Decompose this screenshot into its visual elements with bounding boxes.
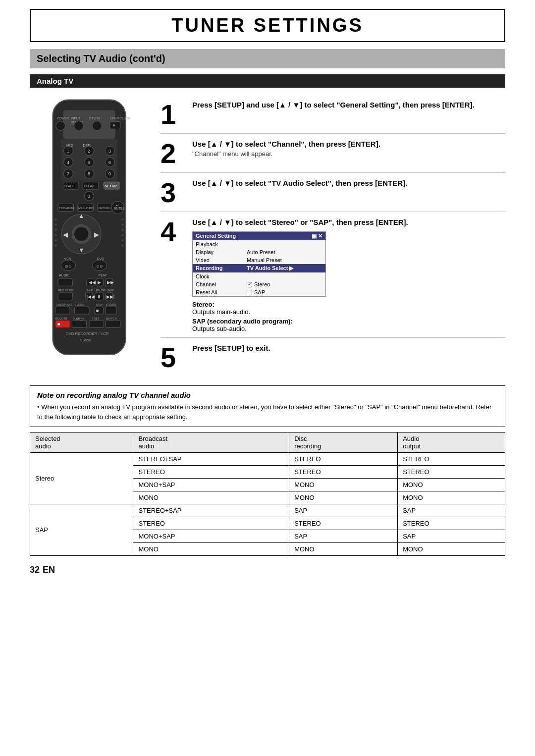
svg-text:⊙⊙: ⊙⊙ — [96, 264, 103, 269]
output-mono-1: MONO — [398, 479, 505, 491]
svg-text:⏸: ⏸ — [97, 294, 101, 299]
gen-setting-box: General Setting ▣ ✕ Playback Display Aut… — [192, 231, 326, 297]
gen-setting-title: General Setting — [196, 233, 236, 239]
section-header-text: Selecting TV Audio (cont'd) — [37, 53, 165, 64]
svg-rect-1 — [63, 110, 115, 139]
table-header-row: Selectedaudio Broadcastaudio Discrecordi… — [30, 432, 505, 453]
svg-rect-88 — [75, 307, 89, 314]
stereo-label: Stereo — [254, 281, 270, 287]
gen-setting-label-clock: Clock — [193, 272, 244, 280]
gen-setting-table: Playback Display Auto Preset Video Manua… — [193, 240, 325, 296]
svg-text:■: ■ — [96, 308, 99, 313]
svg-text:▼: ▼ — [78, 247, 84, 254]
steps-area: 1 Press [SETUP] and use [▲ / ▼] to selec… — [160, 95, 505, 377]
output-stereo-3: STEREO — [398, 517, 505, 530]
svg-text:AUDIO: AUDIO — [59, 274, 70, 277]
step-5-text: Press [SETUP] to exit. — [192, 343, 505, 353]
svg-rect-99 — [89, 321, 104, 328]
output-sap-1: SAP — [398, 504, 505, 517]
svg-text:TIMER/PROG: TIMER/PROG — [55, 303, 72, 306]
output-stereo-1: STEREO — [398, 453, 505, 466]
gen-setting-value-channel: Stereo — [244, 280, 325, 288]
gen-setting-title-bar: General Setting ▣ ✕ — [193, 232, 325, 240]
svg-text:OPEN/CLOSE: OPEN/CLOSE — [110, 116, 130, 120]
svg-text:◀: ◀ — [63, 231, 68, 238]
svg-text:SKIP: SKIP — [107, 289, 114, 292]
output-sap-2: SAP — [398, 530, 505, 543]
footer-page-number: 32 — [30, 565, 40, 575]
svg-point-111 — [121, 229, 123, 231]
svg-text:7: 7 — [67, 171, 69, 176]
svg-text:◀◀: ◀◀ — [89, 279, 96, 285]
svg-point-109 — [121, 218, 123, 220]
note-title: Note on recording analog TV channel audi… — [37, 391, 498, 399]
page-title: TUNER SETTINGS — [171, 15, 363, 36]
step-1: 1 Press [SETUP] and use [▲ / ▼] to selec… — [160, 95, 505, 134]
svg-text:CLEAR: CLEAR — [84, 184, 95, 188]
sap-desc-text: Outputs sub-audio. — [192, 325, 247, 332]
table-row: SAP STEREO+SAP SAP SAP — [30, 504, 505, 517]
col-header-disc: Discrecording — [289, 432, 398, 453]
stereo-option: Stereo — [247, 281, 322, 287]
broadcast-stereo-2: STEREO — [133, 466, 289, 479]
svg-point-106 — [55, 234, 57, 236]
stereo-checkbox — [247, 282, 252, 287]
svg-rect-91 — [106, 307, 117, 314]
gen-setting-label-video: Video — [193, 256, 244, 264]
svg-text:8: 8 — [88, 171, 90, 176]
step-5-number: 5 — [160, 344, 187, 372]
svg-text:DUBBING: DUBBING — [72, 317, 84, 320]
sap-option: SAP — [247, 289, 322, 295]
step-2-number: 2 — [160, 140, 187, 167]
step-5: 5 Press [SETUP] to exit. — [160, 338, 505, 377]
step-2-content: Use [▲ / ▼] to select "Channel", then pr… — [187, 139, 505, 158]
subsection-header-text: Analog TV — [37, 77, 73, 85]
gen-setting-row-resetall: Reset All SAP — [193, 288, 325, 296]
svg-text:6: 6 — [108, 160, 111, 165]
audio-table: Selectedaudio Broadcastaudio Discrecordi… — [30, 432, 505, 556]
gen-setting-value-video: Manual Preset — [244, 256, 325, 264]
svg-point-104 — [55, 223, 57, 225]
svg-rect-76 — [58, 293, 72, 300]
col-header-output: Audiooutput — [398, 432, 505, 453]
gen-setting-value-recording: TV Audio Select ▶ — [244, 264, 325, 272]
svg-text:↵: ↵ — [116, 203, 119, 208]
svg-text:⊙⊙: ⊙⊙ — [65, 264, 72, 269]
gen-setting-icons: ▣ ✕ — [312, 233, 322, 239]
svg-text:REC SPEED: REC SPEED — [58, 289, 74, 292]
svg-text:3: 3 — [108, 148, 111, 154]
gen-setting-row-display: Display Auto Preset — [193, 248, 325, 256]
disc-mono-1: MONO — [289, 479, 398, 491]
svg-rect-100 — [106, 321, 120, 328]
svg-point-103 — [55, 218, 57, 220]
sap-desc: SAP (secondary audio program): Outputs s… — [192, 318, 505, 332]
step-4-text: Use [▲ / ▼] to select "Stereo" or "SAP",… — [192, 217, 505, 227]
svg-point-110 — [121, 223, 123, 225]
svg-text:⏺: ⏺ — [57, 322, 60, 326]
svg-text:5: 5 — [88, 160, 90, 165]
subsection-header: Analog TV — [30, 74, 505, 88]
svg-rect-87 — [55, 307, 70, 314]
svg-text:1: 1 — [67, 148, 69, 154]
svg-point-7 — [56, 121, 65, 131]
svg-text:SEARCH: SEARCH — [106, 317, 117, 320]
step-2-text: Use [▲ / ▼] to select "Channel", then pr… — [192, 139, 505, 149]
svg-text:POWER: POWER — [57, 116, 69, 120]
step-4: 4 Use [▲ / ▼] to select "Stereo" or "SAP… — [160, 212, 505, 338]
stereo-desc-label: Stereo: — [192, 301, 214, 308]
step-1-content: Press [SETUP] and use [▲ / ▼] to select … — [187, 100, 505, 110]
svg-text:STOP: STOP — [96, 303, 104, 306]
svg-text:▶▶: ▶▶ — [107, 279, 114, 285]
step-2-subtext: "Channel" menu will appear. — [192, 150, 505, 158]
svg-text:PLAY: PLAY — [99, 274, 107, 277]
svg-point-112 — [121, 234, 123, 236]
gen-setting-row-channel: Channel Stereo — [193, 280, 325, 288]
step-3-text: Use [▲ / ▼] to select "TV Audio Select",… — [192, 178, 505, 188]
gen-setting-row-video: Video Manual Preset — [193, 256, 325, 264]
disc-mono-2: MONO — [289, 491, 398, 504]
svg-text:▲: ▲ — [78, 213, 84, 219]
svg-text:►X3/0.8: ►X3/0.8 — [106, 303, 116, 306]
step-2: 2 Use [▲ / ▼] to select "Channel", then … — [160, 134, 505, 173]
svg-text:DVD RECORDER / VCR: DVD RECORDER / VCR — [66, 331, 109, 336]
remote-container: POWER INPUT SELECT DTV/TV OPEN/CLOSE ▲ A… — [30, 95, 149, 377]
